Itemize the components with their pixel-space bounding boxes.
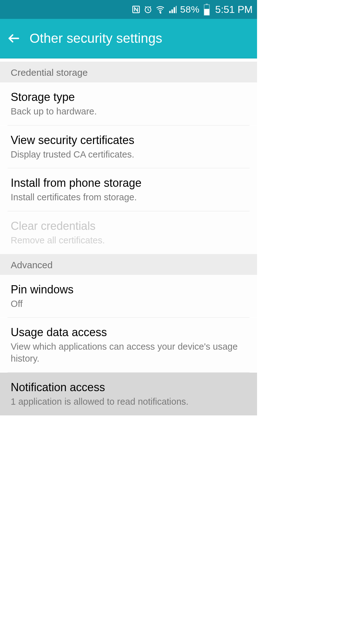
alarm-icon [144, 5, 152, 14]
screen-root: 58% 5:51 PM Other security settings Cred… [0, 0, 257, 415]
item-title: Notification access [11, 381, 246, 394]
item-storage-type[interactable]: Storage type Back up to hardware. [0, 82, 257, 125]
item-subtitle: View which applications can access your … [11, 341, 246, 364]
status-clock: 5:51 PM [215, 4, 253, 15]
item-subtitle: Remove all certificates. [11, 235, 246, 247]
app-bar: Other security settings [0, 19, 257, 58]
svg-rect-4 [206, 4, 208, 5]
item-notification-access[interactable]: Notification access 1 application is all… [0, 373, 257, 415]
item-title: Pin windows [11, 283, 246, 296]
wifi-icon [156, 5, 165, 14]
section-header-credential-storage: Credential storage [0, 62, 257, 82]
item-title: View security certificates [11, 134, 246, 147]
item-pin-windows[interactable]: Pin windows Off [0, 275, 257, 318]
svg-point-2 [160, 12, 161, 13]
section-header-advanced: Advanced [0, 254, 257, 275]
back-button[interactable] [6, 31, 21, 46]
battery-icon [203, 3, 211, 16]
item-subtitle: Install certificates from storage. [11, 192, 246, 203]
item-subtitle: 1 application is allowed to read notific… [11, 396, 246, 408]
item-usage-data-access[interactable]: Usage data access View which application… [0, 318, 257, 372]
nfc-icon [132, 5, 140, 14]
item-subtitle: Off [11, 298, 246, 310]
item-title: Install from phone storage [11, 176, 246, 190]
spacer [0, 58, 257, 62]
svg-rect-5 [204, 9, 209, 15]
page-title: Other security settings [30, 31, 162, 46]
item-clear-credentials: Clear credentials Remove all certificate… [0, 211, 257, 254]
battery-percent: 58% [180, 4, 200, 15]
signal-icon [168, 5, 177, 14]
item-title: Usage data access [11, 326, 246, 339]
android-status-bar: 58% 5:51 PM [0, 0, 257, 19]
item-install-from-phone-storage[interactable]: Install from phone storage Install certi… [0, 168, 257, 211]
item-title: Storage type [11, 91, 246, 104]
item-view-security-certificates[interactable]: View security certificates Display trust… [0, 125, 257, 168]
item-title: Clear credentials [11, 219, 246, 233]
item-subtitle: Display trusted CA certificates. [11, 149, 246, 161]
item-subtitle: Back up to hardware. [11, 106, 246, 118]
